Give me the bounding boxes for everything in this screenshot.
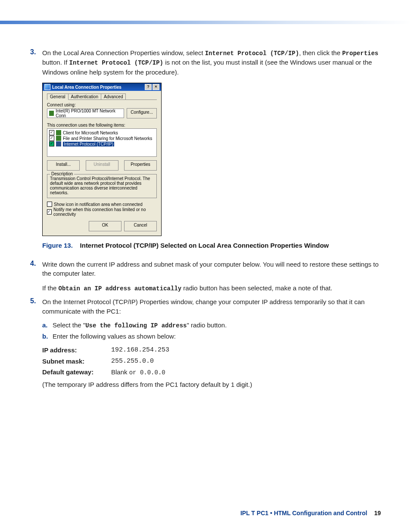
description-fieldset: Description Transmission Control Protoco… [47, 174, 157, 198]
uninstall-button[interactable]: Uninstall [86, 160, 118, 171]
subnet-mask-value: 255.255.0.0 [111, 357, 154, 366]
figure-13-caption: Figure 13. Internet Protocol (TCP/IP) Se… [42, 241, 381, 250]
description-text: Transmission Control Protocol/Internet P… [50, 176, 154, 195]
subnet-mask-label: Subnet mask: [42, 357, 111, 366]
tab-advanced[interactable]: Advanced [101, 93, 126, 100]
items-label: This connection uses the following items… [47, 123, 157, 128]
substep-b-text: Enter the following values as shown belo… [53, 332, 381, 341]
step-5-note: (The temporary IP address differs from t… [42, 380, 381, 389]
page-footer: IPL T PC1 • HTML Configuration and Contr… [240, 510, 381, 516]
dialog-tabs: General Authentication Advanced [47, 93, 157, 100]
default-gateway-value: Blank or 0.0.0.0 [111, 367, 165, 377]
step-4-number: 4. [30, 260, 42, 293]
substep-a-post: " radio button. [187, 321, 227, 329]
ip-address-value: 192.168.254.253 [111, 345, 169, 355]
step-4-mono: Obtain an IP address automatically [59, 285, 182, 292]
footer-text: IPL T PC1 • HTML Configuration and Contr… [240, 510, 367, 516]
configure-button[interactable]: Configure... [127, 108, 157, 118]
install-button[interactable]: Install... [47, 160, 80, 171]
substep-a-mono: Use the following IP address [85, 322, 187, 329]
adapter-field: Intel(R) PRO/1000 MT Network Conn [47, 109, 124, 118]
properties-button[interactable]: Properties [124, 160, 157, 171]
notify-label: Notify me when this connection has limit… [53, 207, 157, 217]
item-client-label: Client for Microsoft Networks [63, 131, 118, 135]
default-gateway-label: Default gateway: [42, 367, 111, 377]
step-3-body: On the Local Area Connection Properties … [42, 48, 381, 77]
step-5-number: 5. [30, 297, 42, 389]
gateway-mono: or 0.0.0.0 [129, 369, 165, 376]
step-5-body: On the Internet Protocol (TCP/IP) Proper… [42, 297, 381, 389]
show-icon-label: Show icon in notification area when conn… [54, 202, 143, 207]
checkbox-icon[interactable] [49, 141, 54, 146]
connection-items-list[interactable]: Client for Microsoft Networks File and P… [47, 128, 157, 157]
substep-a-key: a. [42, 320, 53, 330]
ok-button[interactable]: OK [89, 221, 121, 231]
gateway-pre: Blank [111, 368, 129, 376]
page-top-bar [0, 21, 411, 24]
adapter-name: Intel(R) PRO/1000 MT Network Conn [56, 109, 122, 118]
help-button[interactable]: ? [145, 84, 152, 90]
step-5-text: On the Internet Protocol (TCP/IP) Proper… [42, 297, 381, 316]
substep-b-key: b. [42, 332, 53, 341]
connect-using-label: Connect using: [47, 103, 157, 107]
figure-label: Figure 13. [42, 242, 73, 249]
window-icon [44, 84, 50, 90]
ip-address-label: IP address: [42, 345, 111, 355]
substep-a-pre: Select the " [53, 321, 85, 329]
step-3-text-c: button. If [42, 59, 69, 66]
footer-page-number: 19 [374, 510, 381, 516]
step-4-text: Write down the current IP address and su… [42, 260, 381, 279]
tcpip-icon [56, 141, 61, 146]
nic-icon [49, 111, 54, 116]
dialog-titlebar[interactable]: Local Area Connection Properties ? × [43, 83, 161, 91]
list-item[interactable]: Internet Protocol (TCP/IP) [49, 141, 155, 146]
step-3-text-a: On the Local Area Connection Properties … [42, 49, 205, 56]
client-icon [56, 130, 61, 135]
share-icon [56, 136, 61, 141]
ip-values-table: IP address: 192.168.254.253 Subnet mask:… [42, 345, 381, 377]
substep-a-body: Select the "Use the following IP address… [53, 320, 381, 330]
checkbox-icon[interactable] [49, 136, 54, 141]
step-3-mono-c: Internet Protocol (TCP/IP) [69, 59, 163, 66]
tab-general[interactable]: General [47, 93, 68, 100]
step-4-note-b: radio button has been selected, make a n… [181, 284, 332, 292]
dialog-title-text: Local Area Connection Properties [52, 85, 121, 90]
notify-checkbox[interactable] [47, 209, 52, 215]
cancel-button[interactable]: Cancel [124, 221, 157, 231]
list-item[interactable]: Client for Microsoft Networks [49, 130, 155, 135]
checkbox-icon[interactable] [49, 130, 54, 135]
step-4-note-a: If the [42, 284, 59, 292]
step-5: 5. On the Internet Protocol (TCP/IP) Pro… [30, 297, 381, 389]
lac-properties-dialog: Local Area Connection Properties ? × Gen… [42, 83, 162, 236]
item-tcpip-label: Internet Protocol (TCP/IP) [63, 142, 114, 146]
figure-title: Internet Protocol (TCP/IP) Selected on L… [80, 242, 329, 249]
step-3-mono-b: Properties [342, 50, 378, 57]
page-content: 3. On the Local Area Connection Properti… [0, 24, 411, 389]
step-3-text-b: , then click the [299, 49, 342, 56]
close-button[interactable]: × [153, 84, 159, 90]
step-3-mono-a: Internet Protocol (TCP/IP) [205, 50, 299, 57]
description-legend: Description [50, 171, 74, 176]
step-3-number: 3. [30, 48, 42, 77]
show-icon-checkbox[interactable] [47, 202, 52, 207]
item-share-label: File and Printer Sharing for Microsoft N… [63, 136, 152, 141]
step-3: 3. On the Local Area Connection Properti… [30, 48, 381, 77]
tab-authentication[interactable]: Authentication [68, 93, 101, 100]
step-4: 4. Write down the current IP address and… [30, 260, 381, 293]
step-4-body: Write down the current IP address and su… [42, 260, 381, 293]
list-item[interactable]: File and Printer Sharing for Microsoft N… [49, 136, 155, 141]
